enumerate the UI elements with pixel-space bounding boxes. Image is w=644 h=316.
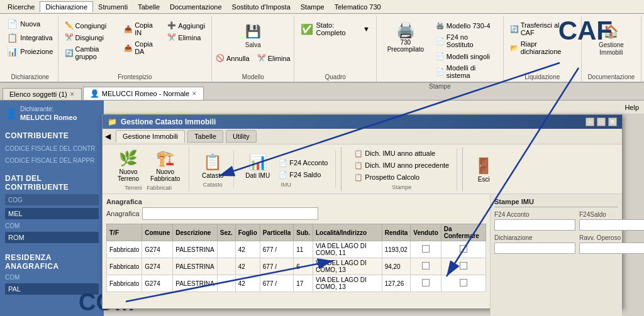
aggiungi-btn[interactable]: ➕ Aggiungi: [165, 20, 208, 31]
menu-telematico[interactable]: Telematico 730: [330, 2, 386, 12]
salva-btn[interactable]: 💾 Salva: [240, 20, 266, 50]
col-foglio: Foglio: [235, 224, 260, 241]
modal-toolbar: ◀ Gestione Immobili Tabelle Utility: [103, 129, 622, 144]
modal-ribbon-group-stampe: 📋 Dich. IMU anno attuale 📋 Dich. IMU ann…: [347, 148, 457, 190]
annulla-btn[interactable]: 🚫 Annulla: [213, 53, 252, 63]
col-da-confermare: Da Confermare: [441, 224, 486, 241]
col-descrizione: Descrizione: [173, 224, 218, 241]
modal-tab-gestione[interactable]: Gestione Immobili: [116, 130, 185, 143]
f24-saldo-field[interactable]: [579, 219, 644, 231]
modelli-singoli-icon: 📄: [436, 52, 445, 60]
new-btn[interactable]: 📄 Nuova: [4, 18, 43, 30]
modal-ribbon-group-terreni: 🌿 NuovoTerreno 🏗️ NuovoFabbricato Terren…: [108, 147, 189, 191]
proiezione-icon: 📊: [7, 46, 18, 57]
menu-documentazione[interactable]: Documentazione: [165, 2, 227, 12]
pal-value: PAL: [8, 285, 21, 293]
menu-strumenti[interactable]: Strumenti: [93, 2, 133, 12]
catasto-btn[interactable]: 📋 Catasto: [197, 151, 228, 180]
tab-melucci-close[interactable]: ✕: [192, 90, 197, 97]
cell-vend-2[interactable]: [411, 258, 441, 275]
cell-vend-3[interactable]: [411, 275, 441, 292]
stampa-730-icon: 🖨️: [396, 21, 415, 39]
tab-melucci[interactable]: 👤 MELUCCI Romeo - Normale ✕: [83, 87, 204, 100]
menu-sostituto[interactable]: Sostituto d'Imposta: [227, 2, 296, 12]
tab-melucci-icon: 👤: [90, 89, 99, 98]
nuovo-terreno-btn[interactable]: 🌿 NuovoTerreno: [113, 147, 144, 183]
modal-minimize-btn[interactable]: −: [586, 117, 594, 126]
dati-contribuente-title: DATI DELCONTRIBUENTE: [5, 174, 99, 192]
cf-rappr-label: CODICE FISCALE DEL RAPPR: [5, 157, 99, 164]
cell-tf-1: Fabbricato: [107, 241, 142, 258]
modal-tab-utility[interactable]: Utility: [226, 130, 257, 143]
cell-conf-1[interactable]: [441, 241, 486, 258]
dichiarazione-field[interactable]: [494, 242, 575, 254]
f24-no-sost-btn[interactable]: 📄 F24 no Sostituto: [433, 32, 499, 50]
cell-sub-1: 11: [294, 241, 313, 258]
dati-imu-btn[interactable]: 📊 Dati IMU: [242, 151, 274, 180]
f24-acconto-icon: 📄: [279, 159, 287, 167]
help-label[interactable]: Help: [625, 104, 639, 111]
ravv-operoso-label: Ravv. Operoso: [579, 234, 644, 241]
table-row[interactable]: Fabbricato G274 PALESTRINA 42 677 / 6 VI…: [107, 258, 486, 275]
f24-acconto-btn[interactable]: 📄 F24 Acconto: [276, 158, 330, 168]
col-rendita: Rendita: [382, 224, 411, 241]
rettificativa-btn[interactable]: ✏️ Congiungi: [62, 20, 119, 31]
cell-vend-1[interactable]: [411, 241, 441, 258]
cell-comune-1: G274: [142, 241, 173, 258]
elimina-front-icon: ✂️: [167, 33, 176, 41]
stampe-imu-title: Stampe IMU: [494, 198, 618, 207]
cell-loc-2: VIA DEL LAGO DI COMO, 13: [313, 258, 382, 275]
cell-part-3: 677 /: [260, 275, 293, 292]
stampa-730-4-icon: 🖨️: [436, 21, 445, 30]
cell-comune-3: G274: [142, 275, 173, 292]
copia-da-btn[interactable]: 📤 Copia DA: [121, 39, 162, 57]
disgiungi-btn[interactable]: ✂️ Disgiungi: [62, 32, 119, 43]
dich-imu-attuale-btn[interactable]: 📋 Dich. IMU anno attuale: [352, 148, 452, 159]
elimina-btn[interactable]: ✂️ Elimina: [255, 53, 293, 63]
cog-label: COG: [8, 197, 23, 204]
table-row[interactable]: Fabbricato G274 PALESTRINA 42 677 / 17 V…: [107, 275, 486, 292]
modal-nav-icon: ◀: [105, 132, 111, 141]
menu-ricerche[interactable]: Ricerche: [3, 2, 40, 12]
ravv-operoso-field[interactable]: [579, 242, 644, 254]
menu-stampe[interactable]: Stampe: [296, 2, 330, 12]
cell-rend-2: 94,20: [382, 258, 411, 275]
copia-da-icon: 📤: [124, 44, 133, 52]
copia-in-btn[interactable]: 📥 Copia IN: [121, 20, 162, 38]
esci-btn[interactable]: 🚪 Esci: [468, 155, 499, 184]
cell-conf-2[interactable]: [441, 258, 486, 275]
cell-sez-3: [217, 275, 235, 292]
menu-dichiarazione[interactable]: Dichiarazione: [40, 1, 93, 12]
modal-ribbon-group-catasto: 📋 Catasto Catasto: [192, 151, 234, 188]
stampa-730-btn[interactable]: 🖨️ 730 Precompilato: [380, 20, 431, 54]
prospetto-calcolo-btn[interactable]: 📋 Prospetto Calcolo: [352, 172, 452, 183]
caf-label: CAF: [558, 16, 613, 46]
modelli-singoli-btn[interactable]: 📄 Modelli singoli: [433, 51, 499, 62]
cell-conf-3[interactable]: [441, 275, 486, 292]
catasto-icon: 📋: [203, 152, 223, 172]
modal-restore-btn[interactable]: □: [597, 117, 606, 126]
stato-btn[interactable]: ✅ Stato: Completo ▼: [298, 20, 372, 38]
elimina-frontespizio-btn[interactable]: ✂️ Elimina: [165, 32, 208, 43]
modal-close-btn[interactable]: ✕: [608, 117, 617, 126]
tab-elenco-close[interactable]: ✕: [70, 91, 75, 97]
f24-acconto-label: F24 Acconto: [494, 211, 575, 218]
cell-comune-2: G274: [142, 258, 173, 275]
rom-value: ROM: [8, 234, 25, 241]
menu-tabelle[interactable]: Tabelle: [133, 2, 165, 12]
aggiungi-icon: ➕: [167, 21, 176, 30]
modal-tab-tabelle[interactable]: Tabelle: [187, 130, 223, 143]
integrativa-btn[interactable]: 📋 Integrativa: [4, 31, 55, 44]
dich-imu-precedente-btn[interactable]: 📋 Dich. IMU anno precedente: [352, 160, 452, 171]
cambia-gruppo-btn[interactable]: 🔄 Cambia gruppo: [62, 44, 119, 62]
stampa-730-4-btn[interactable]: 🖨️ Modello 730-4: [433, 20, 499, 31]
modelli-sistema-btn[interactable]: 📄 Modelli di sistema: [433, 63, 499, 80]
f24-saldo-btn[interactable]: 📄 F24 Saldo: [276, 170, 330, 180]
proiezione-btn[interactable]: 📊 Proiezione: [4, 45, 55, 58]
tab-elenco-soggetti[interactable]: Elenco soggetti (1) ✕: [3, 88, 82, 100]
f24-acconto-field[interactable]: [494, 219, 575, 231]
table-row[interactable]: Fabbricato G274 PALESTRINA 42 677 / 11 V…: [107, 241, 486, 258]
anagrafica-input[interactable]: [142, 207, 318, 220]
nuovo-fabbricato-btn[interactable]: 🏗️ NuovoFabbricato: [147, 147, 184, 183]
f24-saldo-icon: 📄: [279, 171, 287, 179]
